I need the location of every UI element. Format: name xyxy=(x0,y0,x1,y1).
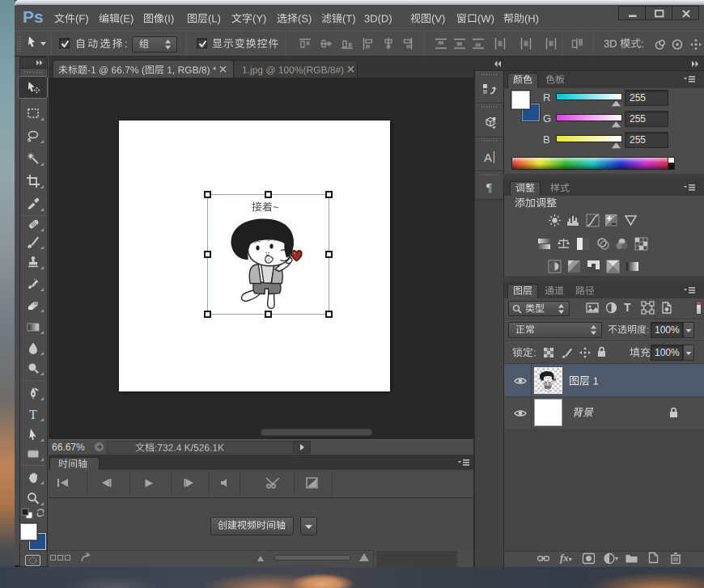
svg-text:T: T xyxy=(29,408,37,421)
